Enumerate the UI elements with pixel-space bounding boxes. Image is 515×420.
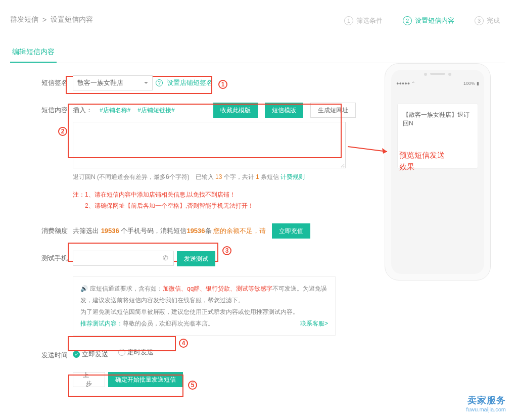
tab-header: 编辑短信内容	[10, 42, 505, 63]
label-send-time: 发送时间	[35, 348, 68, 360]
speaker-icon: 🔊	[80, 285, 88, 292]
insert-prefix: 插入：	[73, 106, 92, 115]
recharge-button[interactable]: 立即充值	[272, 223, 310, 239]
set-signature-link[interactable]: 设置店铺短签名	[167, 78, 213, 87]
signal-icon: ●●●●● ⌃	[396, 81, 415, 86]
sms-template-button[interactable]: 短信模版	[265, 103, 303, 118]
callout-1: 1	[218, 80, 227, 89]
label-test-phone: 测试手机	[35, 251, 68, 263]
watermark: 卖家服务 fuwu.maijia.com	[466, 395, 506, 413]
sms-content-textarea[interactable]	[73, 122, 346, 168]
label-content: 短信内容	[35, 103, 68, 115]
radio-send-timed[interactable]: 定时发送	[118, 348, 154, 357]
insert-shop-name[interactable]: #店铺名称#	[100, 106, 130, 115]
contact-support-link[interactable]: 联系客服>	[300, 318, 328, 330]
help-icon[interactable]: ?	[156, 79, 163, 86]
send-test-button[interactable]: 发送测试	[177, 251, 215, 266]
label-sign: 短信签名	[35, 75, 68, 87]
confirm-send-button[interactable]: 确定开始批量发送短信	[108, 372, 183, 387]
radio-send-now[interactable]: 立即发送	[73, 350, 108, 359]
quota-line: 共筛选出 19536 个手机号码，消耗短信19536条 您的余额不足，请 立即充…	[73, 223, 356, 239]
callout-2: 2	[58, 127, 67, 136]
step-2: 2设置短信内容	[403, 16, 454, 25]
content-note: 注：1、请在短信内容中添加店铺相关信息,以免找不到店铺！ 2、请确保网址【前后各…	[73, 190, 356, 211]
test-phone-input[interactable]	[73, 251, 174, 266]
step-1: 1筛选条件	[344, 16, 383, 25]
tab-edit-content[interactable]: 编辑短信内容	[10, 42, 57, 63]
callout-4: 4	[179, 339, 188, 348]
battery-icon: ▮	[477, 81, 479, 86]
phone-icon: ✆	[163, 254, 168, 262]
tip-panel: 🔊应短信通道要求，含有如：加微信、qq群、银行贷款、测试等敏感字不可发送。为避免…	[73, 276, 336, 336]
prev-step-button[interactable]: 上一步	[73, 372, 105, 387]
breadcrumb-current: 设置短信内容	[51, 15, 93, 24]
preview-annotation: 预览短信发送 效果	[399, 150, 445, 172]
insert-shop-link[interactable]: #店铺短链接#	[137, 106, 174, 115]
breadcrumb-parent[interactable]: 群发短信	[10, 15, 38, 24]
billing-rule-link[interactable]: 计费规则	[280, 173, 305, 180]
step-indicator: 1筛选条件 2设置短信内容 3完成	[344, 16, 500, 25]
callout-5: 5	[188, 381, 197, 390]
favorite-template-button[interactable]: 收藏此模版	[213, 103, 258, 118]
signature-select[interactable]: 散客一族女鞋店	[73, 75, 153, 90]
step-3: 3完成	[475, 16, 500, 25]
breadcrumb-sep: >	[42, 16, 46, 24]
label-quota: 消费额度	[35, 223, 68, 236]
recommended-content-link[interactable]: 推荐测试内容：	[80, 320, 123, 327]
short-url-button[interactable]: 生成短网址	[310, 103, 356, 118]
char-counter: 退订回N (不同通道会有差异，最多6个字符) 已输入 13 个字，共计 1 条短…	[73, 173, 356, 181]
